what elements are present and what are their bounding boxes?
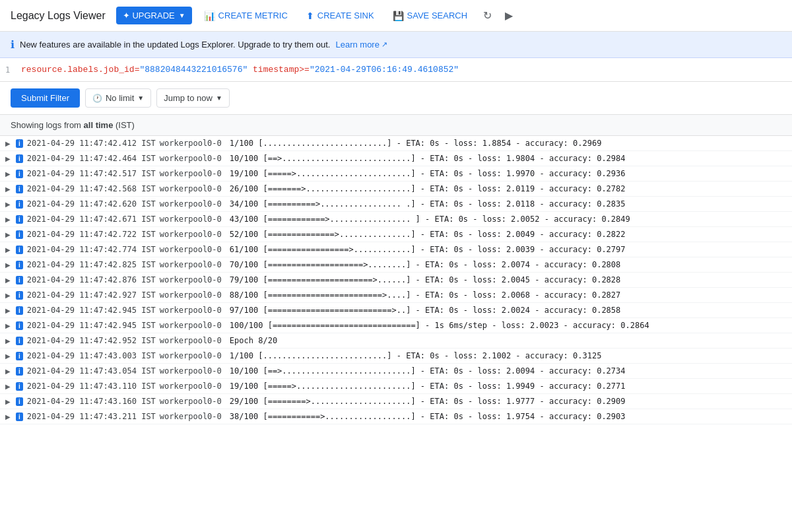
log-row[interactable]: ▶ i 2021-04-29 11:47:42.927 IST workerpo… <box>0 288 792 303</box>
log-timestamp: 2021-04-29 11:47:43.003 IST <box>27 351 156 360</box>
expand-arrow[interactable]: ▶ <box>5 383 12 390</box>
info-badge: i <box>16 139 23 148</box>
expand-arrow[interactable]: ▶ <box>5 261 12 269</box>
expand-arrow[interactable]: ▶ <box>5 322 12 329</box>
info-badge: i <box>16 276 23 284</box>
app-header: Legacy Logs Viewer ✦ UPGRADE ▼ 📊 CREATE … <box>0 0 792 32</box>
log-source: workerpool0-0 <box>160 321 226 330</box>
log-source: workerpool0-0 <box>160 275 226 284</box>
learn-more-link[interactable]: Learn more ↗ <box>335 40 387 50</box>
log-source: workerpool0-0 <box>160 245 226 254</box>
log-timestamp: 2021-04-29 11:47:42.671 IST <box>27 215 156 224</box>
expand-arrow[interactable]: ▶ <box>5 170 12 178</box>
log-timestamp: 2021-04-29 11:47:43.110 IST <box>27 382 156 391</box>
play-button[interactable]: ▶ <box>501 5 517 26</box>
log-row[interactable]: ▶ i 2021-04-29 11:47:42.876 IST workerpo… <box>0 273 792 288</box>
create-metric-button[interactable]: 📊 CREATE METRIC <box>197 7 294 25</box>
chevron-down-icon: ▼ <box>216 94 222 102</box>
expand-arrow[interactable]: ▶ <box>5 398 12 405</box>
query-line[interactable]: 1 resource.labels.job_id="88820484432210… <box>0 63 792 76</box>
submit-filter-button[interactable]: Submit Filter <box>11 88 80 108</box>
log-source: workerpool0-0 <box>160 154 226 163</box>
log-timestamp: 2021-04-29 11:47:43.211 IST <box>27 412 156 421</box>
banner-text: New features are available in the update… <box>20 40 330 50</box>
refresh-button[interactable]: ↻ <box>479 5 496 26</box>
status-prefix: Showing logs from <box>11 120 84 130</box>
info-icon: ℹ <box>11 38 15 51</box>
log-timestamp: 2021-04-29 11:47:42.945 IST <box>27 306 156 315</box>
log-row[interactable]: ▶ i 2021-04-29 11:47:42.825 IST workerpo… <box>0 257 792 273</box>
info-badge: i <box>16 397 23 406</box>
info-badge: i <box>16 215 23 224</box>
log-message: 29/100 [========>.....................] … <box>230 397 626 406</box>
info-badge: i <box>16 413 23 421</box>
log-row[interactable]: ▶ i 2021-04-29 11:47:42.945 IST workerpo… <box>0 318 792 333</box>
log-row[interactable]: ▶ i 2021-04-29 11:47:42.774 IST workerpo… <box>0 242 792 257</box>
info-badge: i <box>16 200 23 209</box>
jump-to-now-dropdown[interactable]: Jump to now ▼ <box>156 88 230 108</box>
log-row[interactable]: ▶ i 2021-04-29 11:47:43.160 IST workerpo… <box>0 394 792 409</box>
expand-arrow[interactable]: ▶ <box>5 231 12 238</box>
logs-container[interactable]: ▶ i 2021-04-29 11:47:42.412 IST workerpo… <box>0 136 792 424</box>
log-message: 1/100 [..........................] - ETA… <box>230 351 602 360</box>
expand-arrow[interactable]: ▶ <box>5 246 12 253</box>
expand-arrow[interactable]: ▶ <box>5 201 12 208</box>
log-message: 52/100 [==============>...............] … <box>230 230 626 239</box>
expand-arrow[interactable]: ▶ <box>5 277 12 284</box>
log-timestamp: 2021-04-29 11:47:42.464 IST <box>27 154 156 163</box>
log-row[interactable]: ▶ i 2021-04-29 11:47:42.671 IST workerpo… <box>0 212 792 227</box>
refresh-icon: ↻ <box>483 9 492 22</box>
log-list: ▶ i 2021-04-29 11:47:42.412 IST workerpo… <box>0 136 792 424</box>
log-message: 19/100 [=====>........................] … <box>230 382 626 391</box>
log-message: 10/100 [==>...........................] … <box>230 154 626 163</box>
upgrade-button[interactable]: ✦ UPGRADE ▼ <box>116 7 192 24</box>
save-search-button[interactable]: 💾 SAVE SEARCH <box>386 7 475 25</box>
query-text[interactable]: resource.labels.job_id="8882048443221016… <box>21 65 459 75</box>
expand-arrow[interactable]: ▶ <box>5 368 12 375</box>
log-timestamp: 2021-04-29 11:47:42.927 IST <box>27 290 156 300</box>
status-range: all time <box>84 120 114 130</box>
expand-arrow[interactable]: ▶ <box>5 216 12 223</box>
info-badge: i <box>16 154 23 163</box>
log-row[interactable]: ▶ i 2021-04-29 11:47:42.517 IST workerpo… <box>0 166 792 182</box>
log-row[interactable]: ▶ i 2021-04-29 11:47:43.003 IST workerpo… <box>0 349 792 364</box>
log-timestamp: 2021-04-29 11:47:42.876 IST <box>27 275 156 284</box>
expand-arrow[interactable]: ▶ <box>5 337 12 345</box>
log-row[interactable]: ▶ i 2021-04-29 11:47:42.952 IST workerpo… <box>0 333 792 349</box>
log-row[interactable]: ▶ i 2021-04-29 11:47:42.412 IST workerpo… <box>0 136 792 151</box>
log-row[interactable]: ▶ i 2021-04-29 11:47:42.945 IST workerpo… <box>0 303 792 318</box>
log-message: 79/100 [======================>......] -… <box>230 275 620 284</box>
info-badge: i <box>16 352 23 360</box>
log-row[interactable]: ▶ i 2021-04-29 11:47:42.464 IST workerpo… <box>0 151 792 166</box>
info-badge: i <box>16 246 23 254</box>
log-message: 97/100 [==========================>..] -… <box>230 306 620 315</box>
log-row[interactable]: ▶ i 2021-04-29 11:47:42.568 IST workerpo… <box>0 182 792 197</box>
create-sink-button[interactable]: ⬆ CREATE SINK <box>300 7 381 25</box>
log-timestamp: 2021-04-29 11:47:42.517 IST <box>27 169 156 178</box>
app-title: Legacy Logs Viewer <box>11 10 106 22</box>
expand-arrow[interactable]: ▶ <box>5 155 12 162</box>
log-row[interactable]: ▶ i 2021-04-29 11:47:43.054 IST workerpo… <box>0 364 792 379</box>
log-message: Epoch 8/20 <box>230 336 277 345</box>
info-badge: i <box>16 261 23 269</box>
expand-arrow[interactable]: ▶ <box>5 292 12 299</box>
expand-arrow[interactable]: ▶ <box>5 140 12 147</box>
info-badge: i <box>16 291 23 300</box>
expand-arrow[interactable]: ▶ <box>5 413 12 420</box>
log-source: workerpool0-0 <box>160 366 226 376</box>
log-timestamp: 2021-04-29 11:47:42.774 IST <box>27 245 156 254</box>
expand-arrow[interactable]: ▶ <box>5 185 12 193</box>
log-row[interactable]: ▶ i 2021-04-29 11:47:43.110 IST workerpo… <box>0 379 792 394</box>
clock-icon: 🕐 <box>92 94 102 103</box>
log-row[interactable]: ▶ i 2021-04-29 11:47:42.722 IST workerpo… <box>0 227 792 242</box>
no-limit-dropdown[interactable]: 🕐 No limit ▼ <box>85 88 151 108</box>
expand-arrow[interactable]: ▶ <box>5 352 12 360</box>
log-row[interactable]: ▶ i 2021-04-29 11:47:42.620 IST workerpo… <box>0 197 792 212</box>
info-badge: i <box>16 306 23 315</box>
log-source: workerpool0-0 <box>160 397 226 406</box>
log-timestamp: 2021-04-29 11:47:42.722 IST <box>27 230 156 239</box>
log-timestamp: 2021-04-29 11:47:43.160 IST <box>27 397 156 406</box>
log-row[interactable]: ▶ i 2021-04-29 11:47:43.211 IST workerpo… <box>0 409 792 424</box>
info-badge: i <box>16 337 23 345</box>
expand-arrow[interactable]: ▶ <box>5 307 12 314</box>
